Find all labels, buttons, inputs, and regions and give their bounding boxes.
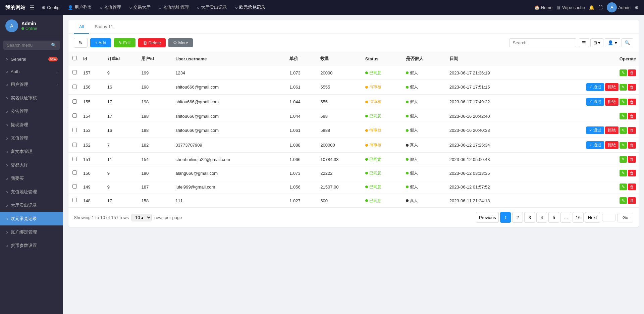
edit-row-button[interactable]: ✎ [620, 184, 627, 190]
row-checkbox[interactable] [72, 113, 77, 118]
page-btn-5[interactable]: 5 [548, 212, 559, 223]
row-checkbox[interactable] [72, 157, 77, 161]
page-btn-2[interactable]: 2 [512, 212, 523, 223]
page-btn-4[interactable]: 4 [536, 212, 547, 223]
delete-button[interactable]: 🗑 Delete [138, 38, 166, 47]
reject-button[interactable]: 拒绝 [605, 98, 619, 106]
add-button[interactable]: + Add [90, 38, 111, 47]
more-button[interactable]: ⚙ More [168, 38, 193, 47]
prev-button[interactable]: Previous [476, 212, 499, 223]
delete-row-button[interactable]: 🗑 [628, 156, 636, 163]
select-all-checkbox[interactable] [72, 56, 77, 60]
sidebar-item-sell-records[interactable]: ○ 大厅卖出记录 [0, 199, 63, 212]
topnav-recharge[interactable]: ○ 充值管理 [97, 3, 125, 12]
next-button[interactable]: Next [585, 212, 600, 223]
settings-icon[interactable]: ⚙ [635, 5, 639, 10]
search-filter-button[interactable]: 🔍 [622, 38, 633, 47]
sidebar-item-withdrawal[interactable]: ○ 提现管理 [0, 118, 63, 132]
user-filter-button[interactable]: 👤 ▾ [605, 38, 620, 47]
delete-row-button[interactable]: 🗑 [628, 99, 636, 105]
per-page-select[interactable]: 10 ▴ 25 50 [131, 214, 152, 221]
edit-row-button[interactable]: ✎ [620, 69, 627, 76]
row-checkbox[interactable] [72, 198, 77, 202]
notification-icon[interactable]: 🔔 [589, 5, 594, 10]
page-btn-1[interactable]: 1 [500, 212, 511, 223]
row-checkbox[interactable] [72, 128, 77, 132]
delete-row-button[interactable]: 🗑 [628, 184, 636, 190]
topnav-sell-records[interactable]: ○ 大厅卖出记录 [194, 3, 230, 12]
cell-unit-price: 1.073 [287, 166, 318, 180]
menu-toggle-icon[interactable]: ☰ [30, 4, 34, 11]
topnav-user-list[interactable]: 👤 用户列表 [64, 3, 95, 12]
home-button[interactable]: 🏠 Home [534, 5, 553, 10]
page-btn-3[interactable]: 3 [524, 212, 535, 223]
admin-user[interactable]: A Admin [607, 2, 631, 12]
status-text: 已同意 [369, 157, 381, 162]
row-checkbox[interactable] [72, 184, 77, 189]
refresh-button[interactable]: ↻ [74, 38, 88, 48]
user-status: Online [21, 26, 37, 31]
sidebar-item-general[interactable]: ○ General new [0, 53, 63, 65]
sidebar-item-account-binding[interactable]: ○ 账户绑定管理 [0, 225, 63, 239]
delete-row-button[interactable]: 🗑 [628, 69, 636, 76]
search-input[interactable] [513, 40, 573, 45]
sidebar-item-kyc[interactable]: ○ 实名认证审核 [0, 91, 63, 105]
wipe-cache-button[interactable]: 🗑 Wipe cache [556, 5, 585, 10]
table-row: 150 9 190 alang666@gmail.com 1.073 22222… [68, 166, 639, 180]
approve-button[interactable]: ✓ 通过 [586, 83, 604, 91]
reject-button[interactable]: 拒绝 [605, 141, 619, 149]
delete-row-button[interactable]: 🗑 [628, 170, 636, 176]
reject-button[interactable]: 拒绝 [605, 83, 619, 91]
page-goto-input[interactable] [602, 214, 615, 221]
tab-status11[interactable]: Status 11 [89, 20, 118, 34]
cell-username: alang666@gmail.com [173, 166, 287, 180]
col-id: Id [80, 52, 105, 66]
approve-button[interactable]: ✓ 通过 [586, 98, 604, 106]
search-menu-input[interactable] [7, 43, 49, 48]
row-checkbox[interactable] [72, 99, 77, 104]
sidebar-item-auth[interactable]: ○ Auth › [0, 65, 63, 78]
page-btn-16[interactable]: 16 [573, 212, 583, 223]
topnav-euro-records[interactable]: ○ 欧元承兑记录 [232, 3, 269, 12]
sidebar-item-buy[interactable]: ○ 我要买 [0, 172, 63, 185]
reject-button[interactable]: 拒绝 [605, 126, 619, 134]
sidebar-item-trading-hall[interactable]: ○ 交易大厅 [0, 158, 63, 172]
edit-row-button[interactable]: ✎ [620, 99, 627, 105]
edit-row-button[interactable]: ✎ [620, 127, 627, 134]
delete-row-button[interactable]: 🗑 [628, 84, 636, 91]
grid-view-button[interactable]: ⊞ ▾ [590, 38, 604, 47]
edit-row-button[interactable]: ✎ [620, 197, 627, 204]
cell-unit-price: 1.044 [287, 109, 318, 123]
edit-row-button[interactable]: ✎ [620, 156, 627, 163]
edit-row-button[interactable]: ✎ [620, 84, 627, 91]
sidebar-item-euro-records[interactable]: ○ 欧元承兑记录 [0, 212, 63, 225]
edit-row-button[interactable]: ✎ [620, 170, 627, 176]
edit-row-button[interactable]: ✎ [620, 142, 627, 149]
approve-button[interactable]: ✓ 通过 [586, 126, 604, 134]
edit-row-button[interactable]: ✎ [620, 113, 627, 119]
row-checkbox[interactable] [72, 143, 77, 147]
delete-row-button[interactable]: 🗑 [628, 197, 636, 204]
sidebar-item-rich-text[interactable]: ○ 富文本管理 [0, 145, 63, 158]
topnav-trading[interactable]: ○ 交易大厅 [126, 3, 154, 12]
page-goto-button[interactable]: Go [618, 213, 633, 222]
sidebar-item-address-mgmt[interactable]: ○ 充值地址管理 [0, 185, 63, 199]
sidebar-item-currency-params[interactable]: ○ 货币参数设置 [0, 239, 63, 252]
edit-button[interactable]: ✎ Edit [114, 38, 136, 47]
delete-row-button[interactable]: 🗑 [628, 127, 636, 134]
sidebar-item-recharge-mgmt[interactable]: ○ 充值管理 [0, 132, 63, 145]
list-view-button[interactable]: ☰ [579, 38, 589, 47]
sidebar-item-user-mgmt[interactable]: ○ 用户管理 › [0, 78, 63, 91]
sidebar-item-announcements[interactable]: ○ 公告管理 [0, 105, 63, 118]
row-checkbox[interactable] [72, 170, 77, 175]
row-checkbox[interactable] [72, 70, 77, 74]
approve-button[interactable]: ✓ 通过 [586, 141, 604, 149]
row-checkbox[interactable] [72, 85, 77, 89]
table-header: Id 订单id 用户id User.username 单价 数量 Status … [68, 52, 639, 66]
topnav-config[interactable]: ⚙ Config [38, 4, 63, 11]
delete-row-button[interactable]: 🗑 [628, 113, 636, 119]
topnav-address-mgmt[interactable]: ○ 充值地址管理 [155, 3, 192, 12]
delete-row-button[interactable]: 🗑 [628, 142, 636, 149]
tab-all[interactable]: All [74, 20, 89, 34]
fullscreen-icon[interactable]: ⛶ [598, 5, 603, 10]
